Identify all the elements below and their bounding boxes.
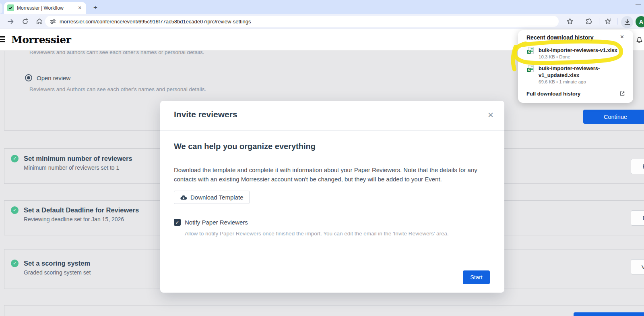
download-file-meta: 69.6 KB • 1 minute ago (539, 79, 609, 84)
view-button[interactable]: View (631, 259, 644, 274)
window-edge-fragment (0, 3, 2, 14)
card-subtitle: Reviewing deadline set for Jan 15, 2026 (24, 216, 139, 222)
edit-button[interactable]: Edit (631, 159, 644, 174)
tab-title: Morressier | Workflow (17, 5, 74, 11)
card-title: Set minimum number of reviewers (24, 155, 132, 162)
success-check-icon: ✓ (11, 260, 19, 267)
svg-text:X: X (528, 50, 530, 54)
tab-close-icon[interactable]: ✕ (77, 5, 83, 10)
success-check-icon: ✓ (11, 206, 19, 214)
download-item[interactable]: X bulk-importer-reviewers-v1_updated.xls… (526, 65, 609, 84)
excel-file-icon: X (526, 47, 534, 55)
home-button[interactable] (35, 17, 44, 26)
download-item[interactable]: X bulk-importer-reviewers-v1.xlsx 10.3 K… (526, 47, 627, 59)
open-review-label: Open review (37, 75, 70, 81)
download-template-label: Download Template (190, 194, 243, 201)
toolbar-separator (599, 18, 599, 25)
browser-toolbar: morressier.com/conference/event/695c916f… (0, 14, 644, 29)
notify-hint: Allow to notify Paper Reviewers once fin… (185, 231, 449, 237)
svg-text:X: X (528, 68, 530, 72)
excel-file-icon: X (526, 65, 534, 73)
notify-checkbox[interactable]: ✓ (174, 219, 181, 226)
toolbar-separator (617, 18, 617, 25)
card-title: Set a scoring system (24, 260, 91, 267)
site-settings-icon[interactable] (50, 19, 56, 25)
download-icon (624, 19, 631, 26)
modal-title: Invite reviewers (174, 110, 237, 119)
hamburger-menu-icon[interactable] (0, 36, 5, 43)
download-file-name: bulk-importer-reviewers-v1_updated.xlsx (539, 65, 609, 79)
browser-tab-strip: Morressier | Workflow ✕ + — (0, 0, 644, 14)
download-file-name: bulk-importer-reviewers-v1.xlsx (539, 47, 627, 54)
full-download-history-link[interactable]: Full download history (526, 91, 580, 97)
download-template-button[interactable]: Download Template (174, 191, 250, 204)
open-review-radio[interactable] (25, 74, 32, 81)
downloads-button[interactable] (621, 16, 633, 28)
morressier-favicon-bird-icon (7, 4, 14, 11)
reload-button[interactable] (20, 17, 30, 26)
bookmark-star-button[interactable] (565, 17, 575, 26)
external-link-icon[interactable] (619, 91, 625, 98)
recent-download-history-popup: Recent download history ✕ X bulk-importe… (518, 30, 633, 103)
download-popup-title: Recent download history (526, 34, 593, 41)
invite-reviewers-modal: Invite reviewers ✕ We can help you organ… (160, 101, 504, 293)
extensions-puzzle-button[interactable] (584, 17, 593, 26)
morressier-logo: Morressier (11, 34, 71, 46)
new-tab-button[interactable]: + (91, 3, 100, 12)
modal-heading: We can help you organize everything (174, 142, 316, 151)
settings-card-partial (4, 305, 644, 316)
download-file-meta: 10.3 KB • Done (539, 54, 627, 59)
notify-label: Notify Paper Reviewers (185, 219, 248, 226)
url-bar[interactable]: morressier.com/conference/event/695c916f… (45, 16, 559, 27)
download-popup-close-icon[interactable]: ✕ (620, 34, 624, 40)
open-review-hint: Reviewers and Authors can see each other… (29, 86, 206, 92)
card-subtitle: Minimum number of reviewers set to 1 (24, 164, 132, 171)
card-title: Set a Default Deadline for Reviewers (24, 206, 139, 214)
cloud-download-icon (180, 195, 187, 200)
continue-button[interactable]: Continue (583, 110, 644, 124)
extension-star-button[interactable] (603, 17, 613, 26)
success-check-icon: ✓ (11, 155, 19, 162)
modal-close-icon[interactable]: ✕ (487, 110, 494, 120)
edit-button[interactable]: Edit (631, 210, 644, 226)
bottom-continue-button[interactable] (574, 312, 644, 316)
window-minimize-button[interactable]: — (636, 1, 641, 7)
divider (160, 130, 504, 131)
url-text: morressier.com/conference/event/695c916f… (60, 19, 251, 25)
notification-bell-icon[interactable] (635, 35, 644, 46)
profile-avatar[interactable]: A (636, 16, 644, 27)
forward-button[interactable] (6, 17, 15, 26)
browser-tab[interactable]: Morressier | Workflow ✕ (4, 2, 86, 14)
card-subtitle: Graded scoring system set (24, 269, 91, 276)
modal-body-text: Download the template and complete it wi… (174, 165, 481, 184)
start-button[interactable]: Start (463, 270, 490, 284)
